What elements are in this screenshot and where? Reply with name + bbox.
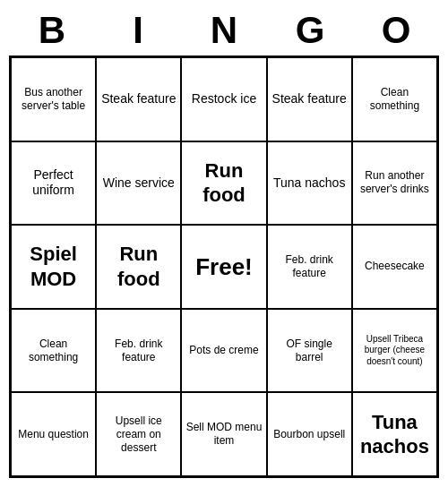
bingo-cell-17[interactable]: Pots de creme: [181, 309, 266, 393]
bingo-cell-0[interactable]: Bus another server's table: [11, 57, 96, 141]
bingo-cell-24[interactable]: Tuna nachos: [352, 392, 437, 476]
title-letter: I: [99, 9, 177, 52]
bingo-cell-9[interactable]: Run another server's drinks: [352, 141, 437, 226]
bingo-cell-19[interactable]: Upsell Tribeca burger (cheese doesn't co…: [352, 309, 437, 393]
title-letter: N: [185, 9, 263, 52]
bingo-cell-11[interactable]: Run food: [96, 225, 181, 309]
bingo-cell-2[interactable]: Restock ice: [181, 57, 266, 141]
bingo-cell-13[interactable]: Feb. drink feature: [267, 225, 352, 309]
bingo-cell-7[interactable]: Run food: [181, 141, 266, 226]
bingo-cell-12[interactable]: Free!: [181, 225, 266, 309]
bingo-cell-20[interactable]: Menu question: [11, 392, 96, 476]
bingo-cell-16[interactable]: Feb. drink feature: [96, 309, 181, 393]
bingo-cell-4[interactable]: Clean something: [352, 57, 437, 141]
title-letter: O: [358, 9, 435, 52]
bingo-cell-18[interactable]: OF single barrel: [267, 309, 352, 393]
bingo-cell-21[interactable]: Upsell ice cream on dessert: [96, 392, 181, 476]
bingo-cell-6[interactable]: Wine service: [96, 141, 181, 226]
bingo-cell-8[interactable]: Tuna nachos: [267, 141, 352, 226]
bingo-cell-22[interactable]: Sell MOD menu item: [181, 392, 266, 476]
title-letter: G: [271, 9, 349, 52]
title-letter: B: [13, 9, 90, 52]
bingo-cell-10[interactable]: Spiel MOD: [11, 225, 96, 309]
bingo-cell-5[interactable]: Perfect uniform: [11, 141, 96, 226]
bingo-grid: Bus another server's tableSteak featureR…: [9, 56, 439, 478]
bingo-cell-3[interactable]: Steak feature: [267, 57, 352, 141]
bingo-cell-23[interactable]: Bourbon upsell: [267, 392, 352, 476]
bingo-cell-14[interactable]: Cheesecake: [352, 225, 437, 309]
bingo-cell-15[interactable]: Clean something: [11, 309, 96, 393]
bingo-title: BINGO: [9, 9, 439, 52]
bingo-cell-1[interactable]: Steak feature: [96, 57, 181, 141]
